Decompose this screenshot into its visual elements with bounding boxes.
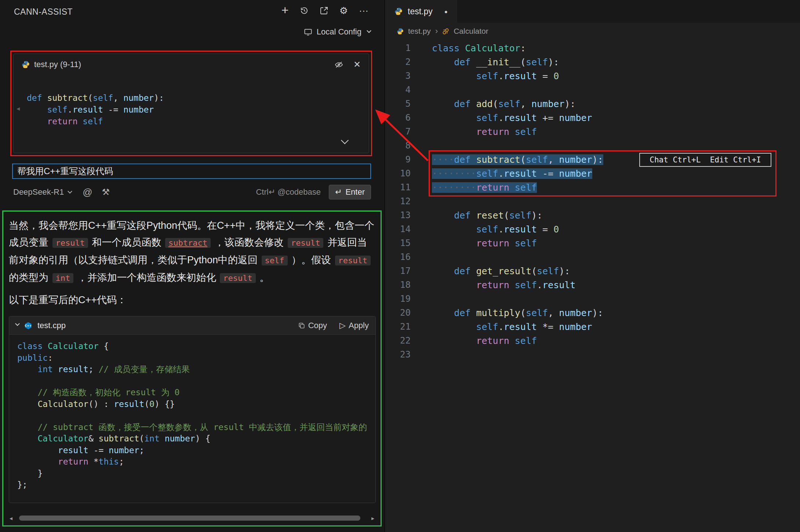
editor-line[interactable]: 5 def add(self, number):	[385, 97, 800, 111]
history-icon[interactable]	[300, 6, 309, 15]
breadcrumb-file[interactable]: test.py	[408, 27, 431, 36]
local-config-label: Local Config	[317, 27, 361, 37]
tab-test-py[interactable]: test.py ●	[385, 0, 457, 23]
selected-code-text: ····def subtract(self, number):	[432, 154, 603, 165]
code-line: result -= number;	[17, 445, 367, 456]
scrollbar-thumb[interactable]	[19, 516, 360, 521]
context-card-actions: ✕	[335, 60, 361, 69]
scroll-left-icon[interactable]: ◂	[10, 515, 12, 522]
apply-button[interactable]: ▷ Apply	[339, 321, 369, 330]
model-selector[interactable]: DeepSeek-R1	[13, 187, 72, 197]
editor-line[interactable]: 20 def multiply(self, number):	[385, 306, 800, 320]
editor-line[interactable]: 15 return self	[385, 236, 800, 250]
card-scroll-left-icon[interactable]: ◂	[17, 104, 20, 113]
line-number: 13	[385, 210, 411, 220]
code-line: def subtract(self, number):	[27, 92, 369, 104]
scroll-right-icon[interactable]: ▸	[371, 515, 374, 522]
hide-context-icon[interactable]	[335, 60, 343, 69]
editor-line[interactable]: 18 return self.result	[385, 278, 800, 292]
code-text: def reset(self):	[432, 210, 542, 221]
response-text: ，该函数会修改	[212, 237, 287, 248]
new-chat-icon[interactable]: +	[281, 7, 289, 15]
modified-dot-icon[interactable]: ●	[444, 8, 448, 15]
editor-line[interactable]: 1class Calculator:	[385, 41, 800, 55]
editor-line[interactable]: 4	[385, 83, 800, 97]
code-text: def add(self, number):	[432, 99, 575, 109]
code-line	[17, 410, 367, 422]
code-line: // subtract 函数，接受一个整数参数，从 result 中减去该值，并…	[17, 422, 367, 433]
line-number: 19	[385, 294, 411, 304]
tools-icon[interactable]: ⚒	[102, 187, 110, 197]
horizontal-scrollbar[interactable]: ◂ ▸	[10, 514, 374, 522]
editor-line[interactable]: 11········return self	[385, 180, 800, 194]
cpp-icon: C++	[24, 322, 32, 330]
cpp-code[interactable]: class Calculator {public: int result; //…	[9, 335, 375, 503]
python-icon	[397, 28, 404, 35]
editor-line[interactable]: 16	[385, 250, 800, 264]
editor-line[interactable]: 12	[385, 194, 800, 208]
response-text: 和一个成员函数	[89, 237, 164, 248]
inline-code-chip: int	[52, 273, 74, 283]
line-number: 1	[385, 43, 411, 53]
code-area: 1class Calculator:2 def __init__(self):3…	[385, 40, 800, 362]
code-block-actions: Copy ▷ Apply	[298, 321, 369, 330]
response-text: 。	[257, 272, 270, 283]
panel-toolbar: + ⚙ ···	[281, 6, 368, 15]
open-external-icon[interactable]	[320, 6, 328, 15]
eye-off-icon	[335, 60, 343, 69]
more-actions-icon[interactable]: ···	[359, 6, 368, 15]
code-line	[27, 80, 369, 92]
line-number: 22	[385, 335, 411, 346]
copy-button[interactable]: Copy	[298, 321, 327, 330]
line-number: 8	[385, 140, 411, 151]
editor-line[interactable]: 14 self.result = 0	[385, 222, 800, 236]
selected-code-text: ········self.result -= number	[432, 168, 592, 179]
editor-line[interactable]: 3 self.result = 0	[385, 69, 800, 83]
copy-icon	[298, 322, 305, 329]
panel-header: CANN-ASSIST + ⚙ ···	[0, 0, 385, 23]
line-number: 9	[385, 154, 411, 165]
panel-title: CANN-ASSIST	[14, 7, 73, 17]
python-icon	[22, 60, 30, 69]
editor-line[interactable]: 2 def __init__(self):	[385, 55, 800, 69]
assistant-panel: CANN-ASSIST + ⚙ ··· Local Config	[0, 0, 385, 532]
breadcrumb: test.py › Calculator	[385, 23, 800, 40]
code-block-filename[interactable]: test.cpp	[37, 321, 66, 330]
editor-line[interactable]: 8	[385, 139, 800, 153]
inline-code-chip: result	[288, 238, 323, 248]
settings-gear-icon[interactable]: ⚙	[339, 6, 348, 15]
close-icon: ✕	[353, 60, 361, 69]
inline-chat-hint[interactable]: Chat Ctrl+L Edit Ctrl+I	[639, 153, 771, 167]
line-number: 17	[385, 266, 411, 276]
breadcrumb-separator: ›	[435, 26, 438, 36]
line-number: 12	[385, 196, 411, 206]
collapse-code-icon[interactable]	[15, 321, 20, 326]
editor-line[interactable]: 23	[385, 348, 800, 362]
code-text: def __init__(self):	[432, 57, 559, 67]
context-code-snippet[interactable]: def subtract(self, number): self.result …	[27, 80, 369, 127]
remove-context-icon[interactable]: ✕	[353, 60, 361, 69]
code-text: def get_result(self):	[432, 266, 570, 276]
mention-icon[interactable]: @	[83, 187, 92, 198]
editor-line[interactable]: 21 self.result *= number	[385, 320, 800, 334]
line-number: 6	[385, 113, 411, 123]
editor-line[interactable]: 17 def get_result(self):	[385, 264, 800, 278]
editor-line[interactable]: 6 self.result += number	[385, 111, 800, 125]
line-number: 15	[385, 238, 411, 248]
editor-line[interactable]: 19	[385, 292, 800, 306]
expand-context-icon[interactable]	[342, 139, 348, 146]
breadcrumb-symbol[interactable]: Calculator	[454, 27, 488, 36]
prompt-input[interactable]	[12, 164, 371, 179]
code-text: self.result *= number	[432, 322, 592, 332]
code-editor-panel: test.py ● test.py › Calculator 1class Ca…	[385, 0, 800, 532]
response-text: ，并添加一个构造函数来初始化	[74, 272, 219, 283]
code-line: // 构造函数，初始化 result 为 0	[17, 387, 367, 399]
editor-line[interactable]: 13 def reset(self):	[385, 208, 800, 222]
editor-line[interactable]: 7 return self	[385, 125, 800, 139]
editor-line[interactable]: 10········self.result -= number	[385, 166, 800, 180]
code-line	[17, 375, 367, 387]
editor-line[interactable]: 22 return self	[385, 334, 800, 348]
send-button[interactable]: ↵ Enter	[329, 185, 371, 199]
inline-code-link[interactable]: subtract	[165, 238, 211, 248]
local-config-dropdown[interactable]: Local Config	[304, 27, 371, 37]
